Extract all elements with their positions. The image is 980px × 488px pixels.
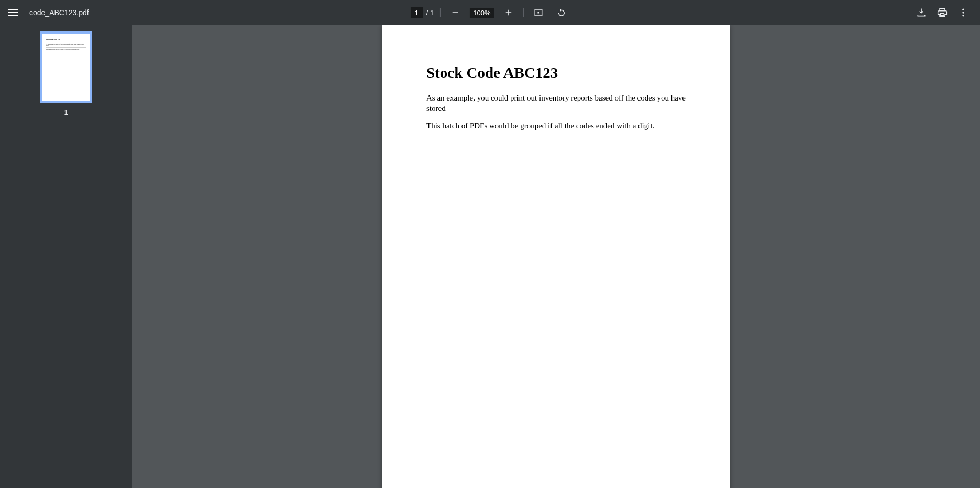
zoom-in-button[interactable] (500, 4, 517, 21)
document-viewport[interactable]: Stock Code ABC123 As an example, you cou… (132, 25, 980, 488)
toolbar-right-group (913, 4, 972, 21)
svg-rect-2 (508, 10, 509, 16)
download-icon (916, 7, 927, 18)
pdf-toolbar: code_ABC123.pdf / 1 100% (0, 0, 980, 25)
svg-point-7 (962, 15, 964, 16)
total-pages: 1 (430, 9, 434, 17)
document-filename: code_ABC123.pdf (29, 8, 89, 17)
menu-icon[interactable] (8, 6, 21, 19)
thumb-text-2: This batch of PDFs would be grouped if a… (46, 49, 86, 50)
document-page: Stock Code ABC123 As an example, you cou… (382, 25, 730, 488)
thumbnail-sidebar: Stock Code ABC123 As an example, you cou… (0, 25, 132, 488)
toolbar-center-group: / 1 100% (410, 4, 569, 21)
current-page-input[interactable] (410, 7, 423, 18)
page-thumbnail-1[interactable]: Stock Code ABC123 As an example, you cou… (40, 31, 92, 103)
download-button[interactable] (913, 4, 930, 21)
minus-icon (450, 8, 460, 17)
toolbar-divider (440, 8, 441, 17)
main-area: Stock Code ABC123 As an example, you cou… (0, 25, 980, 488)
svg-rect-4 (537, 12, 539, 14)
zoom-out-button[interactable] (447, 4, 464, 21)
document-paragraph-2: This batch of PDFs would be grouped if a… (426, 121, 686, 131)
fit-to-page-button[interactable] (530, 4, 547, 21)
zoom-level-display[interactable]: 100% (470, 8, 493, 18)
thumb-text-1: As an example, you could print out inven… (46, 43, 86, 47)
thumbnail-wrapper: Stock Code ABC123 As an example, you cou… (40, 31, 92, 116)
document-title: Stock Code ABC123 (426, 64, 686, 82)
rotate-button[interactable] (553, 4, 570, 21)
print-button[interactable] (934, 4, 951, 21)
more-vert-icon (958, 7, 968, 18)
svg-rect-0 (453, 12, 458, 13)
document-paragraph-1: As an example, you could print out inven… (426, 93, 686, 114)
rotate-icon (557, 8, 566, 17)
svg-point-5 (962, 9, 964, 10)
thumbnail-page-number: 1 (64, 108, 68, 116)
print-icon (937, 7, 948, 18)
page-separator: / (426, 9, 428, 17)
toolbar-divider (523, 8, 524, 17)
page-navigation: / 1 (410, 7, 434, 18)
toolbar-left-group: code_ABC123.pdf (8, 6, 89, 19)
svg-point-6 (962, 12, 964, 13)
fit-page-icon (534, 8, 543, 17)
thumb-title: Stock Code ABC123 (46, 39, 86, 41)
more-options-button[interactable] (955, 4, 972, 21)
plus-icon (504, 8, 513, 17)
